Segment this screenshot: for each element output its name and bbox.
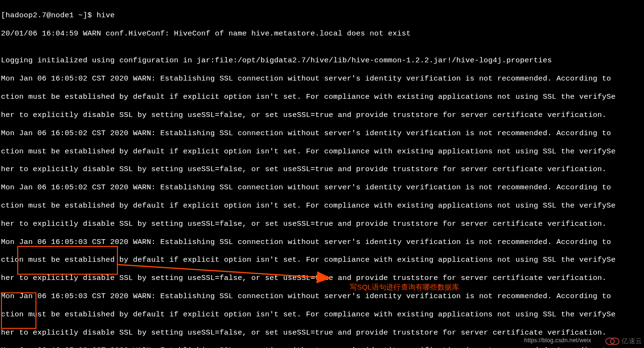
- svg-point-2: [606, 338, 614, 345]
- yisu-text: 亿速云: [621, 337, 642, 345]
- warn-line: 20/01/06 16:04:59 WARN conf.HiveConf: Hi…: [1, 29, 643, 38]
- ssl-warn-line: Mon Jan 06 16:05:03 CST 2020 WARN: Estab…: [1, 292, 643, 301]
- yisu-logo-icon: [605, 336, 620, 346]
- ssl-warn-line: Mon Jan 06 16:05:02 CST 2020 WARN: Estab…: [1, 129, 643, 138]
- prompt-line: [hadoop2.7@node1 ~]$ hive: [1, 11, 643, 20]
- ssl-warn-line: ction must be established by default if …: [1, 93, 643, 102]
- ssl-warn-line: Mon Jan 06 16:05:03 CST 2020 WARN: Estab…: [1, 346, 643, 348]
- csdn-watermark: https://blog.csdn.net/weix: [524, 337, 591, 344]
- ssl-warn-line: her to explicitly disable SSL by setting…: [1, 220, 643, 229]
- svg-point-3: [610, 338, 619, 345]
- ssl-warn-line: Mon Jan 06 16:05:03 CST 2020 WARN: Estab…: [1, 238, 643, 247]
- ssl-warn-line: ction must be established by default if …: [1, 201, 643, 210]
- ssl-warn-line: her to explicitly disable SSL by setting…: [1, 274, 643, 283]
- ssl-warn-line: her to explicitly disable SSL by setting…: [1, 111, 643, 120]
- ssl-warn-line: her to explicitly disable SSL by setting…: [1, 328, 643, 337]
- logging-line: Logging initialized using configuration …: [1, 56, 643, 65]
- ssl-warn-line: ction must be established by default if …: [1, 147, 643, 156]
- ssl-warn-line: ction must be established by default if …: [1, 255, 643, 265]
- ssl-warn-line: Mon Jan 06 16:05:02 CST 2020 WARN: Estab…: [1, 183, 643, 192]
- ssl-warn-line: Mon Jan 06 16:05:02 CST 2020 WARN: Estab…: [1, 74, 643, 83]
- ssl-warn-line: ction must be established by default if …: [1, 310, 643, 319]
- yisu-watermark: 亿速云: [605, 336, 642, 346]
- terminal-output: [hadoop2.7@node1 ~]$ hive 20/01/06 16:04…: [0, 0, 644, 348]
- ssl-warn-line: her to explicitly disable SSL by setting…: [1, 165, 643, 174]
